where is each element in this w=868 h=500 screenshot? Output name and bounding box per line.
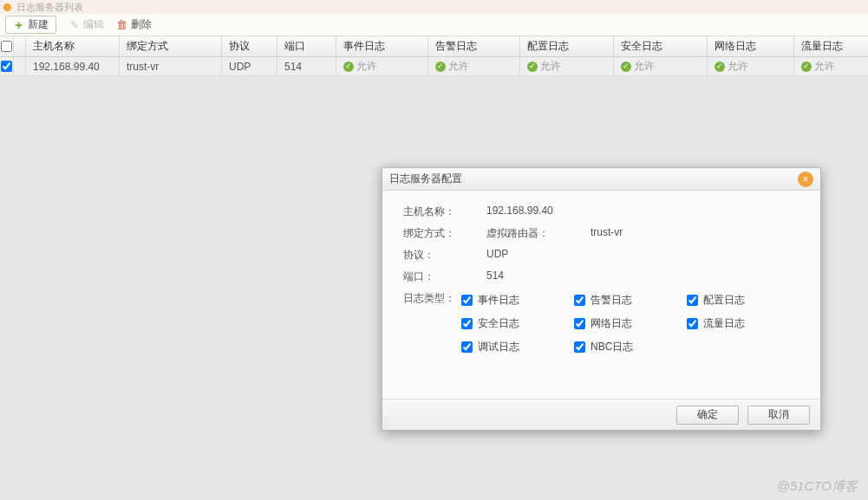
logtype-option[interactable]: 流量日志	[687, 316, 799, 331]
logtype-checkbox[interactable]	[574, 341, 585, 353]
logtype-option[interactable]: 配置日志	[687, 293, 799, 308]
label-port: 端口：	[403, 269, 486, 284]
dialog-titlebar[interactable]: 日志服务器配置 ×	[382, 168, 820, 191]
col-network[interactable]: 网络日志	[708, 36, 794, 56]
col-port[interactable]: 端口	[277, 36, 336, 56]
plus-icon: +	[13, 19, 24, 30]
logtype-label: 告警日志	[591, 293, 632, 308]
check-icon: ✓	[621, 62, 631, 72]
logtype-checkbox[interactable]	[574, 318, 585, 329]
edit-button[interactable]: ✎ 编辑	[69, 17, 104, 32]
dialog-footer: 确定 取消	[382, 399, 820, 430]
window-titlebar: 日志服务器列表	[0, 0, 868, 14]
col-host[interactable]: 主机名称	[26, 36, 120, 56]
logtype-label: 配置日志	[703, 293, 745, 308]
logtype-option[interactable]: 安全日志	[461, 316, 574, 331]
logtype-checkbox[interactable]	[461, 341, 473, 353]
dialog-body: 主机名称： 192.168.99.40 绑定方式： 虚拟路由器： trust-v…	[382, 191, 820, 399]
col-bind[interactable]: 绑定方式	[120, 36, 222, 56]
logtype-option[interactable]: 告警日志	[574, 293, 687, 308]
logtype-label: NBC日志	[591, 340, 633, 354]
col-proto[interactable]: 协议	[222, 36, 277, 56]
value-port: 514	[486, 269, 504, 282]
logtype-label: 事件日志	[478, 293, 519, 308]
label-proto: 协议：	[403, 248, 486, 263]
logtype-option[interactable]: 调试日志	[461, 340, 574, 354]
allow-label: 允许	[728, 59, 748, 74]
pencil-icon: ✎	[69, 19, 80, 30]
col-config[interactable]: 配置日志	[520, 36, 614, 56]
allow-label: 允许	[634, 59, 655, 74]
watermark: @51CTO博客	[777, 478, 858, 495]
logtype-label: 安全日志	[478, 316, 519, 331]
allow-label: 允许	[448, 59, 469, 74]
log-server-config-dialog: 日志服务器配置 × 主机名称： 192.168.99.40 绑定方式： 虚拟路由…	[382, 167, 821, 431]
new-button-label: 新建	[28, 17, 49, 32]
cell-host: 192.168.99.40	[26, 57, 120, 75]
logtype-checkbox[interactable]	[687, 318, 698, 329]
cell-flow: ✓允许	[794, 57, 855, 75]
check-icon: ✓	[801, 62, 812, 72]
toolbar: + 新建 ✎ 编辑 🗑 删除	[0, 14, 868, 36]
col-security[interactable]: 安全日志	[614, 36, 708, 56]
logtype-grid: 事件日志告警日志配置日志安全日志网络日志流量日志调试日志NBC日志	[461, 293, 799, 354]
row-checkbox-cell[interactable]	[0, 57, 14, 75]
dialog-title: 日志服务器配置	[389, 172, 462, 186]
value-proto: UDP	[486, 248, 508, 260]
table-row[interactable]: 192.168.99.40 trust-vr UDP 514 ✓允许 ✓允许 ✓…	[0, 57, 868, 76]
allow-label: 允许	[540, 59, 561, 74]
allow-label: 允许	[814, 59, 835, 74]
col-alarm[interactable]: 告警日志	[428, 36, 520, 56]
logtype-checkbox[interactable]	[461, 295, 473, 306]
trash-icon: 🗑	[116, 19, 127, 30]
ok-button[interactable]: 确定	[676, 406, 739, 425]
cell-alarm: ✓允许	[428, 57, 520, 75]
check-icon: ✓	[527, 62, 538, 72]
logtype-checkbox[interactable]	[461, 318, 473, 329]
label-bind: 绑定方式：	[403, 226, 486, 241]
cell-proto: UDP	[222, 57, 277, 75]
logtype-option[interactable]: NBC日志	[574, 340, 687, 354]
ok-button-label: 确定	[697, 407, 718, 422]
delete-button-label: 删除	[131, 17, 152, 32]
new-button[interactable]: + 新建	[5, 16, 56, 34]
value-host: 192.168.99.40	[486, 205, 553, 217]
cancel-button-label: 取消	[768, 407, 789, 422]
header-index-cell	[14, 36, 26, 56]
logtype-checkbox[interactable]	[687, 295, 698, 306]
allow-label: 允许	[356, 59, 377, 74]
window-title: 日志服务器列表	[16, 1, 83, 14]
logtype-label: 流量日志	[703, 316, 745, 331]
cell-network: ✓允许	[708, 57, 794, 75]
logtype-label: 调试日志	[478, 340, 519, 354]
check-icon: ✓	[435, 62, 446, 72]
logtype-option[interactable]: 网络日志	[574, 316, 687, 331]
cell-event: ✓允许	[336, 57, 428, 75]
close-icon[interactable]: ×	[798, 172, 813, 187]
cancel-button[interactable]: 取消	[747, 406, 810, 425]
check-icon: ✓	[715, 62, 725, 72]
select-all-checkbox[interactable]	[1, 41, 12, 52]
delete-button[interactable]: 🗑 删除	[116, 17, 152, 32]
label-host: 主机名称：	[403, 205, 486, 219]
check-icon: ✓	[343, 62, 354, 72]
cell-port: 514	[277, 57, 336, 75]
window-dot-icon	[3, 3, 11, 11]
header-checkbox-cell[interactable]	[0, 36, 14, 56]
label-logtype: 日志类型：	[403, 291, 461, 306]
logtype-option[interactable]: 事件日志	[461, 293, 574, 308]
cell-security: ✓允许	[614, 57, 708, 75]
row-index-cell	[14, 57, 26, 75]
value-bind-type: 虚拟路由器：	[486, 226, 549, 241]
logtype-checkbox[interactable]	[574, 295, 585, 306]
table-header: 主机名称 绑定方式 协议 端口 事件日志 告警日志 配置日志 安全日志 网络日志…	[0, 36, 868, 57]
value-bind-value: trust-vr	[591, 226, 623, 241]
col-flow[interactable]: 流量日志	[794, 36, 855, 56]
cell-bind: trust-vr	[120, 57, 222, 75]
edit-button-label: 编辑	[83, 17, 104, 32]
col-event[interactable]: 事件日志	[336, 36, 428, 56]
row-checkbox[interactable]	[1, 61, 12, 72]
logtype-label: 网络日志	[591, 316, 632, 331]
cell-config: ✓允许	[520, 57, 614, 75]
